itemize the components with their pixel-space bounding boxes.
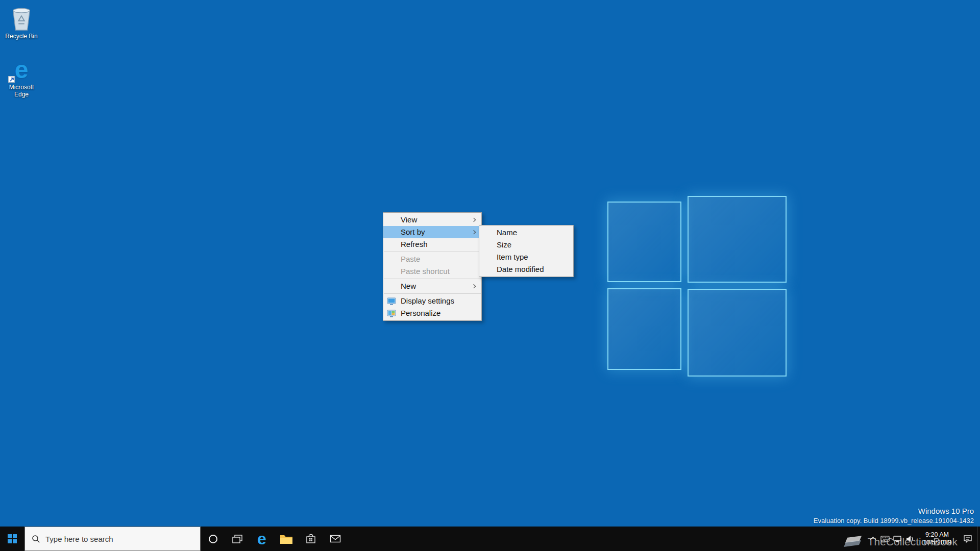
network-tray-button[interactable] [891,527,903,551]
menu-item-label: View [401,215,417,224]
menu-separator [384,279,481,279]
hidden-icons-button[interactable] [866,527,879,551]
windows-logo-pane-bottom-left [607,288,681,370]
taskbar-clock[interactable]: 9:20 AM 10/5/2019 [916,527,959,551]
menu-item-label: Paste [401,255,420,263]
menu-item-label: Date modified [497,265,544,273]
action-center-icon [963,535,972,543]
menu-item-label: Display settings [401,296,454,305]
menu-item-sort-by[interactable]: Sort by [383,226,481,238]
show-desktop-button[interactable] [977,527,980,551]
task-view-icon [232,534,243,544]
menu-item-view[interactable]: View [383,214,481,226]
menu-item-new[interactable]: New [383,280,481,292]
menu-item-label: Sort by [401,228,425,236]
start-button[interactable] [0,527,24,551]
taskbar: e [0,527,980,551]
submenu-item-size[interactable]: Size [479,239,573,251]
speaker-icon [905,535,914,543]
menu-separator [384,293,481,294]
mail-icon [330,534,341,543]
desktop-icon-microsoft-edge[interactable]: e Microsoft Edge [2,57,41,98]
search-input[interactable] [45,535,200,543]
cortana-icon [209,535,217,543]
menu-item-refresh[interactable]: Refresh [383,238,481,251]
sort-by-submenu: Name Size Item type Date modified [479,225,574,277]
menu-separator [384,252,481,252]
file-explorer-icon [280,534,293,544]
touch-keyboard-button[interactable] [879,527,891,551]
taskbar-search-box[interactable] [24,527,201,551]
desktop-icon-recycle-bin[interactable]: Recycle Bin [2,6,41,40]
chevron-up-icon [870,537,876,542]
edge-icon: e [2,57,41,83]
clock-date: 10/5/2019 [923,539,951,546]
winver-edition: Windows 10 Pro [814,507,974,515]
recycle-bin-icon [2,6,41,32]
windows-logo-pane-top-right [688,196,787,283]
edge-taskbar-button[interactable]: e [250,527,274,551]
menu-item-personalize[interactable]: Personalize [383,307,481,319]
menu-item-label: Paste shortcut [401,267,450,276]
submenu-item-date-modified[interactable]: Date modified [479,263,573,276]
cortana-button[interactable] [201,527,225,551]
menu-item-paste: Paste [383,253,481,265]
shortcut-arrow-icon [8,76,15,83]
winver-build: Evaluation copy. Build 18999.vb_release.… [814,517,974,524]
edge-icon: e [257,531,266,547]
menu-item-display-settings[interactable]: Display settings [383,295,481,307]
display-settings-icon [387,297,396,305]
clock-time: 9:20 AM [925,531,949,539]
task-view-button[interactable] [225,527,250,551]
speaker-tray-button[interactable] [903,527,916,551]
windows-logo-pane-bottom-right [688,289,787,377]
menu-item-label: Personalize [401,309,440,317]
windows-logo-pane-top-left [607,202,681,282]
file-explorer-button[interactable] [274,527,299,551]
submenu-item-name[interactable]: Name [479,227,573,239]
edge-letter-glyph: e [15,58,29,82]
menu-item-label: New [401,282,416,290]
menu-item-label: Size [497,240,511,249]
menu-item-label: Name [497,228,517,237]
desktop-icon-label: Microsoft Edge [2,84,41,98]
submenu-item-item-type[interactable]: Item type [479,251,573,263]
network-icon [893,535,902,543]
personalize-icon [387,309,396,317]
winver-watermark: Windows 10 Pro Evaluation copy. Build 18… [814,507,974,524]
menu-item-label: Refresh [401,240,428,248]
action-center-button[interactable] [959,527,977,551]
taskbar-empty-area [348,527,866,551]
mail-button[interactable] [323,527,348,551]
store-button[interactable] [299,527,323,551]
chevron-right-icon [472,218,476,222]
chevron-right-icon [472,284,476,288]
menu-item-paste-shortcut: Paste shortcut [383,265,481,278]
chevron-right-icon [472,230,476,234]
search-icon [32,535,40,543]
store-icon [305,533,316,544]
windows-logo-icon [8,534,17,543]
menu-item-label: Item type [497,253,528,261]
desktop-context-menu: View Sort by Refresh Paste Paste shortcu… [383,212,482,321]
touch-keyboard-icon [880,535,890,542]
desktop-icon-label: Recycle Bin [2,33,41,40]
